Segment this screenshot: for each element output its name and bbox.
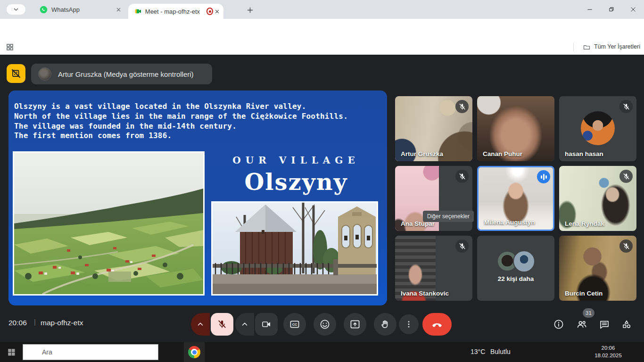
mic-options-chevron[interactable] [191,313,210,336]
taskbar-clock[interactable]: 20:06 18.02.2025 [592,344,624,359]
bookmarks-divider [573,43,574,51]
tab-title: Meet - map-ofhz-etx [145,8,200,15]
participant-tile[interactable]: hasan hasan [559,96,636,161]
new-tab-button[interactable] [244,4,256,16]
participant-name: Artur Gruszka [401,150,443,157]
meeting-code: map-ofhz-etx [41,319,83,327]
divider: | [34,318,36,326]
participant-avatar [513,250,535,272]
chrome-taskbar-button[interactable] [184,342,205,362]
presenter-avatar [38,67,51,81]
participant-name: Burcin Cetin [565,290,603,297]
slide-title: Olszyny [211,169,381,195]
participant-name: Ivana Stankovic [401,290,449,297]
participant-name: Canan Puhur [483,150,522,157]
aerial-village-photo [13,151,205,296]
church-photo [211,201,378,296]
meet-control-bar: 20:06 | map-ofhz-etx CC [0,305,644,342]
window-close-button[interactable] [626,4,640,15]
camera-button[interactable] [255,313,278,336]
presentation-blocked-icon[interactable] [7,64,25,83]
participant-tile[interactable]: Ivana Stankovic [395,236,472,301]
browser-toolbar: meet.google.com/map-ofhz-etx [0,19,644,40]
mic-off-icon [619,170,633,183]
mic-off-icon [619,239,633,253]
taskbar-time: 20:06 [592,344,624,352]
overflow-participants-tile[interactable]: 22 kişi daha [477,236,554,301]
presenter-banner-text: Artur Gruszka (Medya gösterme kontroller… [58,70,194,78]
captions-button[interactable]: CC [283,313,306,336]
more-participants-label: 22 kişi daha [477,275,554,282]
participant-tile[interactable]: Lena Ryndak [559,166,636,231]
participant-name: hasan hasan [565,150,603,157]
whatsapp-icon [40,6,48,14]
mic-off-icon [455,100,469,113]
more-options-button[interactable] [399,314,419,334]
mic-muted-button[interactable] [211,313,233,336]
weather-condition[interactable]: Bulutlu [490,348,511,355]
mic-off-icon [455,170,469,183]
participant-tile[interactable]: Canan Puhur [477,96,554,161]
speaking-indicator-icon [537,170,550,183]
mic-off-icon [455,239,469,253]
window-minimize-button[interactable] [583,4,597,15]
chrome-icon [188,346,200,358]
participant-tile[interactable]: Burcin Cetin [559,236,636,301]
tab-meet[interactable]: Meet - map-ofhz-etx [128,4,223,19]
windows-taskbar: 13°C Bulutlu 20:06 18.02.2025 1 [0,342,644,362]
meeting-details-icon[interactable] [553,319,564,330]
chat-panel-icon[interactable] [599,319,610,330]
camera-options-chevron[interactable] [235,313,254,336]
recording-indicator-icon [206,8,213,15]
participants-count-badge: 31 [583,308,594,318]
screen: WhatsApp Meet - map-ofhz-etx [0,0,644,362]
tab-search-chevron-icon[interactable] [7,4,25,15]
participant-name: Milena Augustyn [484,219,535,226]
slide-kicker: OUR VILLAGE [211,155,381,166]
meet-favicon-icon [135,8,141,15]
taskbar-date: 18.02.2025 [592,352,624,359]
raise-hand-button[interactable] [374,313,396,336]
activities-icon[interactable] [621,319,632,330]
end-call-button[interactable] [422,313,452,336]
folder-icon [583,43,591,51]
browser-tabstrip: WhatsApp Meet - map-ofhz-etx [0,0,644,19]
all-bookmarks-label[interactable]: Tüm Yer İşaretleri [594,43,640,50]
start-button[interactable] [5,347,18,357]
participant-tile[interactable]: Artur Gruszka [395,96,472,161]
window-restore-button[interactable] [604,4,619,15]
reactions-button[interactable] [314,313,336,336]
present-screen-button[interactable] [344,313,366,336]
meeting-clock: 20:06 [8,319,27,327]
slide-paragraph: Olszyny is a vast village located in the… [14,102,348,141]
participant-tile-speaking[interactable]: Milena Augustyn [477,166,554,231]
tab-whatsapp[interactable]: WhatsApp [34,0,127,19]
bookmarks-bar: Tüm Yer İşaretleri [0,40,644,55]
weather-temp[interactable]: 13°C [471,348,485,355]
shared-screen-presentation[interactable]: Olszyny is a vast village located in the… [8,90,387,305]
presenter-banner[interactable]: Artur Gruszka (Medya gösterme kontroller… [31,64,212,84]
apps-grid-icon[interactable] [6,43,14,51]
more-options-tooltip: Diğer seçenekler [423,211,474,222]
search-input[interactable] [23,344,158,360]
close-tab-icon[interactable] [114,5,123,14]
tab-title: WhatsApp [51,6,80,13]
participants-panel-icon[interactable] [576,319,587,330]
participant-avatar [581,111,615,145]
close-tab-icon[interactable] [213,7,221,16]
svg-text:CC: CC [292,322,297,327]
mic-off-icon [619,100,633,113]
participant-name: Lena Ryndak [565,220,604,227]
meet-app: Artur Gruszka (Medya gösterme kontroller… [0,55,644,342]
